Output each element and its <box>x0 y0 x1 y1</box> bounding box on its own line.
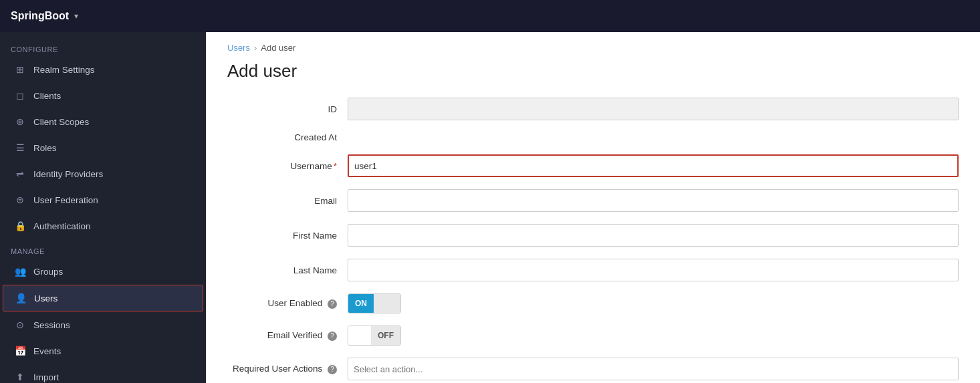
username-row: Username* <box>227 154 959 177</box>
sessions-icon: ⊙ <box>13 318 27 332</box>
sidebar-item-authentication[interactable]: 🔒 Authentication <box>3 213 203 239</box>
sidebar-item-import[interactable]: ⬆ Import <box>3 364 203 383</box>
sidebar-item-label: Groups <box>33 267 63 277</box>
toggle-off-part <box>374 294 400 313</box>
required-actions-label: Required User Actions ? <box>227 364 348 374</box>
sidebar-item-label: User Federation <box>33 195 98 205</box>
sidebar-item-label: Clients <box>33 91 61 101</box>
configure-section-label: Configure <box>0 37 206 56</box>
client-scopes-icon: ⊛ <box>13 115 27 128</box>
groups-icon: 👥 <box>13 265 27 278</box>
email-field[interactable] <box>348 189 959 212</box>
first-name-label: First Name <box>227 231 348 241</box>
breadcrumb-separator: › <box>254 43 257 53</box>
toggle-on-label: ON <box>348 294 374 313</box>
clients-icon: ◻ <box>13 89 27 102</box>
email-label: Email <box>227 196 348 206</box>
last-name-row: Last Name <box>227 259 959 281</box>
main-layout: Configure ⊞ Realm Settings ◻ Clients ⊛ C… <box>0 32 980 383</box>
id-field <box>348 98 959 120</box>
breadcrumb-parent[interactable]: Users <box>227 43 250 53</box>
sidebar-item-label: Sessions <box>33 320 70 330</box>
id-row: ID <box>227 98 959 120</box>
users-icon: 👤 <box>14 291 27 305</box>
last-name-label: Last Name <box>227 265 348 275</box>
sidebar-item-label: Authentication <box>33 221 91 231</box>
username-field[interactable] <box>348 154 959 177</box>
sidebar-item-clients[interactable]: ◻ Clients <box>3 83 203 108</box>
sidebar-item-client-scopes[interactable]: ⊛ Client Scopes <box>3 109 203 134</box>
sidebar-item-realm-settings[interactable]: ⊞ Realm Settings <box>3 57 203 82</box>
events-icon: 📅 <box>13 344 27 358</box>
breadcrumb-current: Add user <box>261 43 295 53</box>
user-enabled-row: User Enabled ? ON <box>227 293 959 313</box>
email-row: Email <box>227 189 959 212</box>
page-title: Add user <box>227 61 959 82</box>
sidebar-item-identity-providers[interactable]: ⇌ Identity Providers <box>3 161 203 186</box>
required-actions-input[interactable] <box>348 358 959 380</box>
import-icon: ⬆ <box>13 370 27 383</box>
add-user-form: ID Created At Username* Email <box>227 98 959 383</box>
sidebar-item-label: Users <box>34 293 57 303</box>
sidebar-item-groups[interactable]: 👥 Groups <box>3 259 203 284</box>
id-label: ID <box>227 104 348 114</box>
realm-settings-icon: ⊞ <box>13 63 27 76</box>
created-at-label: Created At <box>227 132 348 142</box>
username-label: Username* <box>227 161 348 171</box>
required-actions-row: Required User Actions ? <box>227 358 959 380</box>
user-federation-icon: ⊜ <box>13 193 27 207</box>
user-enabled-toggle[interactable]: ON <box>348 293 401 313</box>
sidebar-item-user-federation[interactable]: ⊜ User Federation <box>3 187 203 213</box>
roles-icon: ☰ <box>13 141 27 154</box>
first-name-row: First Name <box>227 224 959 247</box>
app-chevron[interactable]: ▾ <box>74 11 78 21</box>
sidebar-item-label: Events <box>33 346 61 356</box>
user-enabled-label: User Enabled ? <box>227 298 348 309</box>
app-title: SpringBoot <box>11 10 69 22</box>
sidebar-item-events[interactable]: 📅 Events <box>3 338 203 364</box>
top-bar: SpringBoot ▾ <box>0 0 980 32</box>
breadcrumb: Users › Add user <box>227 43 959 53</box>
identity-providers-icon: ⇌ <box>13 167 27 180</box>
sidebar-item-label: Identity Providers <box>33 169 103 179</box>
sidebar-item-roles[interactable]: ☰ Roles <box>3 135 203 160</box>
email-verified-help-icon[interactable]: ? <box>328 332 337 341</box>
user-enabled-help-icon[interactable]: ? <box>328 299 337 309</box>
sidebar-item-sessions[interactable]: ⊙ Sessions <box>3 312 203 338</box>
created-at-row: Created At <box>227 132 959 142</box>
first-name-field[interactable] <box>348 224 959 247</box>
required-actions-help-icon[interactable]: ? <box>328 365 337 374</box>
sidebar-item-users[interactable]: 👤 Users <box>3 285 203 311</box>
sidebar-item-label: Client Scopes <box>33 117 89 127</box>
email-verified-label: Email Verified ? <box>227 330 348 341</box>
sidebar-item-label: Import <box>33 372 59 382</box>
main-content: Users › Add user Add user ID Created At … <box>206 32 980 383</box>
last-name-field[interactable] <box>348 259 959 281</box>
manage-section-label: Manage <box>0 239 206 258</box>
toggle-on-part <box>348 326 371 345</box>
email-verified-row: Email Verified ? OFF <box>227 326 959 346</box>
toggle-off-label: OFF <box>371 326 400 345</box>
email-verified-toggle[interactable]: OFF <box>348 326 401 346</box>
authentication-icon: 🔒 <box>13 219 27 233</box>
sidebar-item-label: Roles <box>33 143 57 153</box>
sidebar-item-label: Realm Settings <box>33 65 95 75</box>
sidebar: Configure ⊞ Realm Settings ◻ Clients ⊛ C… <box>0 32 206 383</box>
